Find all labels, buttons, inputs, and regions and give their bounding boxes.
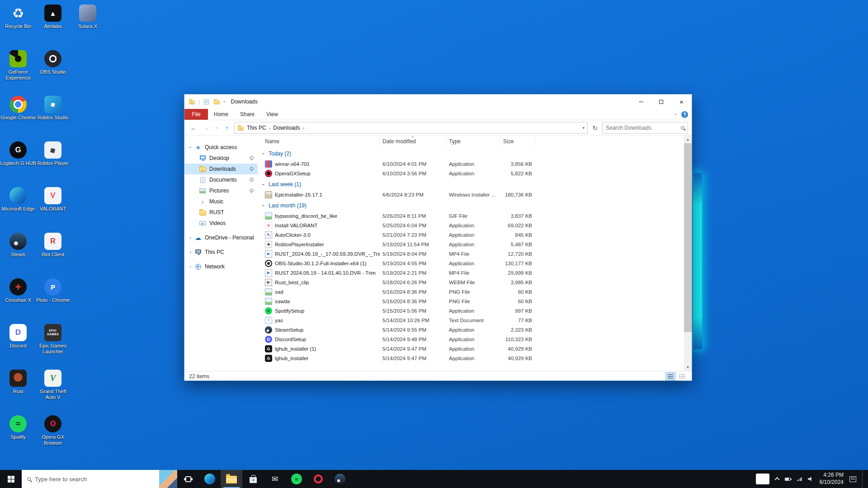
chevron-down-icon[interactable]: ›	[261, 182, 266, 187]
sidebar-item-music[interactable]: ♪Music	[184, 196, 258, 207]
chevron-down-icon[interactable]: ›	[261, 151, 266, 156]
back-button[interactable]: ←	[188, 122, 199, 133]
menu-home[interactable]: Home	[208, 109, 234, 120]
menu-view[interactable]: View	[260, 109, 284, 120]
recent-locations-chevron[interactable]: ›	[211, 125, 222, 131]
file-row-bypassing-discord-be-like[interactable]: bypassing_discord_be_like5/26/2024 8:11 …	[258, 211, 684, 221]
desktop-icon-opera-gx-browser[interactable]: Opera GX Browser	[35, 415, 71, 446]
desktop-icon-spotify[interactable]: Spotify	[0, 415, 36, 440]
desktop-icon-valorant[interactable]: VALORANT	[35, 187, 71, 212]
file-row-winrar-x64-701[interactable]: winrar-x64-7016/10/2024 4:01 PMApplicati…	[258, 159, 684, 169]
desktop-icon-discord[interactable]: Discord	[0, 324, 36, 349]
desktop-icon-recycle-bin[interactable]: Recycle Bin	[0, 5, 36, 29]
desktop-icon-geforce-experience[interactable]: GeForce Experience	[0, 50, 36, 81]
taskbar-search[interactable]: Type here to search	[22, 470, 177, 488]
chevron-right-icon[interactable]: ›	[187, 249, 193, 255]
close-button[interactable]: ×	[671, 94, 692, 109]
file-row-sad[interactable]: sad5/16/2024 8:36 PMPNG File60 KB	[258, 287, 684, 296]
taskbar-spotify-button[interactable]: ≈	[286, 470, 307, 488]
chevron-down-icon[interactable]: ›	[187, 144, 193, 150]
file-row-obs-studio-30-1-2-full-installer-x64-1[interactable]: OBS-Studio-30.1.2-Full-Installer-x64 (1)…	[258, 258, 684, 268]
title-bar[interactable]: | ✔ › Downloads ×	[184, 94, 692, 109]
desktop-icon-aimlabs[interactable]: Aimlabs	[35, 5, 71, 29]
address-bar[interactable]: This PC › Downloads › ▾	[234, 122, 588, 134]
desktop-icon-roblox-player[interactable]: Roblox Player	[35, 141, 71, 166]
column-header-type[interactable]: Type	[446, 137, 500, 146]
battery-icon[interactable]	[785, 478, 791, 481]
sidebar-item-onedrive-personal[interactable]: ›☁OneDrive - Personal	[184, 232, 258, 243]
taskbar-file-explorer-button[interactable]	[221, 470, 242, 488]
file-row-rust-best-clip[interactable]: ▶Rust_best_clip5/18/2024 6:26 PMWEBM Fil…	[258, 277, 684, 287]
search-highlight-image[interactable]	[159, 470, 177, 488]
desktop-icon-pluto-chrome[interactable]: Pluto - Chrome	[35, 278, 71, 303]
qat-customize-chevron[interactable]: ›	[222, 101, 227, 103]
expand-ribbon-chevron[interactable]: ›	[673, 113, 679, 115]
taskbar-store-button[interactable]	[242, 470, 264, 488]
help-button[interactable]: ?	[681, 111, 688, 118]
search-box[interactable]: Search Downloads	[602, 122, 688, 134]
sidebar-item-rust[interactable]: RUST	[184, 207, 258, 218]
group-header-last-week-1[interactable]: ›Last week (1)	[258, 179, 684, 190]
sidebar-item-desktop[interactable]: Desktop	[184, 153, 258, 164]
details-view-button[interactable]	[665, 372, 675, 380]
desktop-icon-grand-theft-auto-v[interactable]: Grand Theft Auto V	[35, 370, 71, 400]
column-header-name[interactable]: Name	[258, 137, 380, 146]
desktop[interactable]: Recycle BinGeForce ExperienceGoogle Chro…	[0, 0, 868, 488]
sidebar-item-this-pc[interactable]: ›This PC	[184, 247, 258, 258]
thumbnails-view-button[interactable]	[677, 372, 687, 380]
file-row-robloxplayerinstaller[interactable]: ◆RobloxPlayerInstaller5/19/2024 11:54 PM…	[258, 239, 684, 249]
sidebar-item-documents[interactable]: Documents	[184, 174, 258, 185]
refresh-button[interactable]: ↻	[590, 122, 600, 133]
breadcrumb-this-pc[interactable]: This PC	[247, 125, 266, 131]
sidebar-item-pictures[interactable]: Pictures	[184, 185, 258, 196]
group-header-today-2[interactable]: ›Today (2)	[258, 148, 684, 159]
scrollbar-thumb[interactable]	[684, 143, 692, 332]
file-row-steamsetup[interactable]: SteamSetup5/14/2024 9:55 PMApplication2,…	[258, 325, 684, 334]
desktop-icon-solara-x[interactable]: Solara X	[70, 5, 106, 29]
scroll-down-arrow[interactable]: ▼	[684, 363, 692, 371]
file-row-autoclicker-3-0[interactable]: ↖AutoClicker-3.05/21/2024 7:23 PMApplica…	[258, 230, 684, 239]
forward-button[interactable]: →	[201, 122, 212, 133]
desktop-icon-obs-studio[interactable]: OBS Studio	[35, 50, 71, 75]
sidebar-item-network[interactable]: ›Network	[184, 261, 258, 272]
taskbar-mail-button[interactable]: ✉	[264, 470, 286, 488]
address-dropdown-chevron[interactable]: ▾	[582, 126, 585, 130]
file-row-install-valorant[interactable]: VInstall VALORANT5/25/2024 6:04 PMApplic…	[258, 221, 684, 230]
desktop-icon-google-chrome[interactable]: Google Chrome	[0, 96, 36, 121]
file-row-operagxsetup[interactable]: OperaGXSetup6/10/2024 3:56 PMApplication…	[258, 169, 684, 178]
touch-keyboard-icon[interactable]	[756, 474, 769, 484]
scroll-up-arrow[interactable]: ▲	[684, 136, 692, 143]
breadcrumb-chevron-icon[interactable]: ›	[269, 125, 271, 131]
desktop-icon-logitech-g-hub[interactable]: Logitech G HUB	[0, 141, 36, 166]
column-header-date-modified[interactable]: Date modified	[380, 137, 446, 146]
taskbar-task-view-button[interactable]	[177, 470, 199, 488]
qat-new-folder-button[interactable]	[213, 98, 221, 105]
start-button[interactable]	[0, 470, 22, 488]
desktop-icon-crosshair-x[interactable]: Crosshair X	[0, 278, 36, 303]
breadcrumb-chevron-icon[interactable]: ›	[303, 125, 305, 131]
taskbar-clock[interactable]: 4:26 PM 6/10/2024	[820, 472, 844, 486]
column-header-size[interactable]: Size	[500, 137, 535, 146]
file-row-spotifysetup[interactable]: ≈SpotifySetup5/15/2024 5:06 PMApplicatio…	[258, 306, 684, 315]
network-icon[interactable]	[797, 477, 802, 481]
taskbar-opera-button[interactable]	[307, 470, 329, 488]
desktop-icon-microsoft-edge[interactable]: Microsoft Edge	[0, 187, 36, 212]
file-row-lghub-installer[interactable]: Glghub_installer5/14/2024 9:47 PMApplica…	[258, 353, 684, 363]
sidebar-item-videos[interactable]: ▶Videos	[184, 218, 258, 229]
sidebar-item-quick-access[interactable]: ›★Quick access	[184, 142, 258, 153]
chevron-right-icon[interactable]: ›	[187, 235, 193, 241]
menu-share[interactable]: Share	[234, 109, 260, 120]
file-row-yas[interactable]: yas5/14/2024 10:26 PMText Document77 KB	[258, 315, 684, 325]
sidebar-item-downloads[interactable]: Downloads	[184, 164, 258, 174]
file-row-epicinstaller-15-17-1[interactable]: EpicInstaller-15.17.16/6/2024 8:23 PMWin…	[258, 190, 684, 199]
file-row-discordsetup[interactable]: DDiscordSetup5/14/2024 9:48 PMApplicatio…	[258, 334, 684, 344]
action-center-icon[interactable]	[849, 476, 856, 482]
chevron-down-icon[interactable]: ›	[261, 203, 266, 208]
desktop-icon-rust[interactable]: Rust	[0, 370, 36, 394]
chevron-right-icon[interactable]: ›	[187, 263, 193, 270]
show-desktop-button[interactable]	[862, 470, 864, 488]
file-row-lghub-installer-1[interactable]: Glghub_installer (1)5/14/2024 9:47 PMApp…	[258, 344, 684, 353]
taskbar-steam-button[interactable]	[329, 470, 351, 488]
desktop-icon-epic-games-launcher[interactable]: Epic Games Launcher	[35, 324, 71, 355]
file-row-rust-2024-05-19-14-01-40-10-dvr-trim[interactable]: ▶RUST 2024.05.19 - 14.01.40.10.DVR - Tri…	[258, 268, 684, 277]
